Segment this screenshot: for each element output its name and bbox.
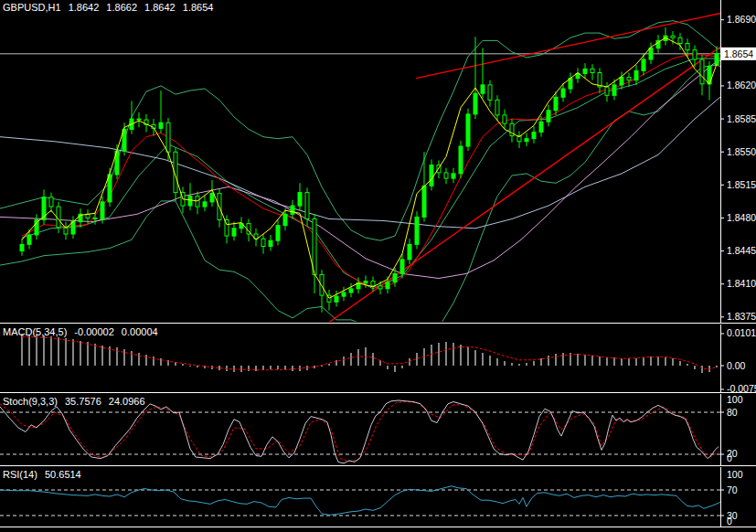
svg-text:80: 80 (727, 407, 738, 418)
macd-label: MACD(5,34,5) -0.00002 0.00004 (3, 326, 163, 338)
stochastic-label: Stoch(9,3,3) 35.7576 24.0966 (3, 396, 150, 408)
svg-text:0.01012: 0.01012 (727, 327, 756, 338)
svg-text:1.8375: 1.8375 (727, 311, 756, 322)
stochastic-indicator-panel[interactable]: 10080200 Stoch(9,3,3) 35.7576 24.0966 (0, 394, 756, 466)
svg-text:1.8480: 1.8480 (727, 212, 756, 223)
svg-text:1.8620: 1.8620 (727, 80, 756, 90)
svg-text:1.8690: 1.8690 (727, 14, 756, 25)
svg-text:1.8445: 1.8445 (727, 245, 756, 256)
rsi-indicator-name: RSI(14) (3, 469, 37, 480)
rsi-label: RSI(14) 50.6514 (3, 469, 86, 481)
macd-indicator-panel[interactable]: 0.010120.00-0.0075 MACD(5,34,5) -0.00002… (0, 325, 756, 393)
price-chart-panel[interactable]: 1.86901.86201.85851.85501.85151.84801.84… (0, 0, 756, 324)
price-chart-canvas[interactable]: 1.86901.86201.85851.85501.85151.84801.84… (0, 0, 756, 323)
svg-text:0: 0 (727, 452, 732, 463)
stoch-indicator-name: Stoch(9,3,3) (3, 396, 58, 407)
svg-text:1.8515: 1.8515 (727, 179, 756, 190)
svg-text:100: 100 (727, 469, 743, 480)
symbol-timeframe: GBPUSD,H1 (3, 2, 61, 13)
ohlc-high: 1.8662 (106, 2, 137, 13)
svg-text:1.8654: 1.8654 (724, 48, 753, 59)
rsi-indicator-panel[interactable]: 10070300 RSI(14) 50.6514 (0, 467, 756, 527)
svg-text:0.00: 0.00 (727, 360, 746, 371)
chart-ohlc-label: GBPUSD,H1 1.8642 1.8662 1.8642 1.8654 (3, 2, 218, 14)
ohlc-close: 1.8654 (183, 2, 214, 13)
stoch-k-value: 35.7576 (65, 396, 101, 407)
macd-signal-value: 0.00004 (122, 326, 158, 337)
svg-text:1.8410: 1.8410 (727, 278, 756, 289)
macd-value: -0.00002 (74, 326, 113, 337)
svg-text:70: 70 (727, 484, 738, 495)
svg-text:1.8585: 1.8585 (727, 113, 756, 124)
rsi-canvas[interactable]: 10070300 (0, 467, 756, 527)
stoch-d-value: 24.0966 (109, 396, 145, 407)
svg-text:100: 100 (727, 394, 743, 405)
svg-text:0: 0 (727, 516, 732, 527)
ohlc-open: 1.8642 (69, 2, 100, 13)
macd-indicator-name: MACD(5,34,5) (3, 326, 67, 337)
rsi-value: 50.6514 (45, 469, 81, 480)
svg-text:1.8550: 1.8550 (727, 146, 756, 157)
chart-window: 1.86901.86201.85851.85501.85151.84801.84… (0, 0, 756, 532)
ohlc-low: 1.8642 (144, 2, 176, 13)
svg-text:-0.0075: -0.0075 (727, 383, 756, 392)
